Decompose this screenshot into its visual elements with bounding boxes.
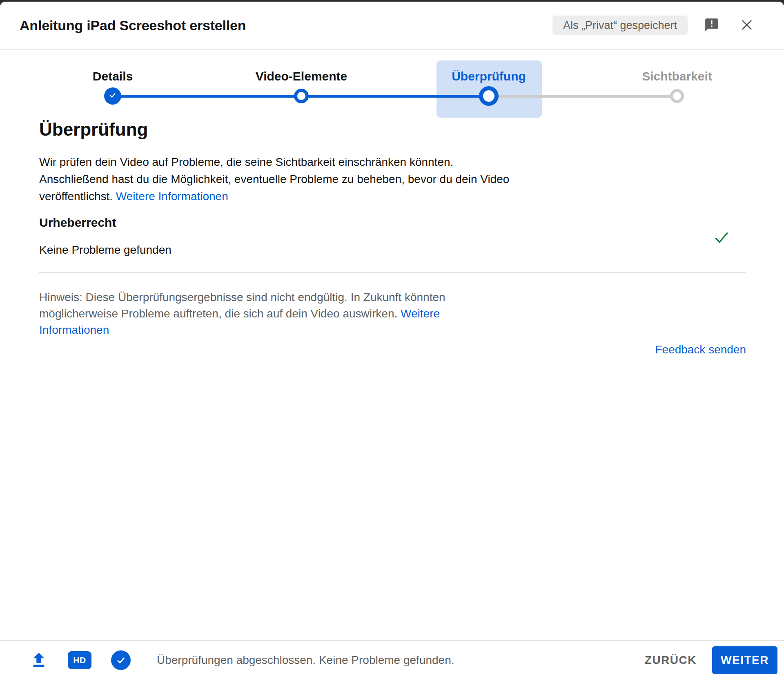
- note-more-info-link-part1[interactable]: Weitere: [401, 307, 440, 320]
- section-divider: [39, 272, 746, 273]
- footer-status-text: Überprüfungen abgeschlossen. Keine Probl…: [157, 654, 454, 667]
- intro-text: Wir prüfen dein Video auf Probleme, die …: [39, 154, 509, 205]
- check-icon: [108, 90, 118, 102]
- saved-status-badge: Als „Privat“ gespeichert: [552, 16, 688, 35]
- intro-line-1: Wir prüfen dein Video auf Probleme, die …: [39, 154, 509, 171]
- step-circle-ueberpruefung-current[interactable]: [479, 86, 499, 106]
- intro-line-2: Anschließend hast du die Möglichkeit, ev…: [39, 171, 509, 188]
- upload-icon: [29, 650, 48, 671]
- stepper-connector-upcoming: [489, 95, 677, 98]
- copyright-ok-check-icon: [713, 229, 730, 248]
- intro-line-3: veröffentlichst. Weitere Informationen: [39, 188, 509, 205]
- step-label-ueberpruefung[interactable]: Überprüfung: [428, 69, 550, 83]
- step-label-sichtbarkeit[interactable]: Sichtbarkeit: [616, 69, 738, 83]
- dialog-header: Anleitung iPad Screeshot erstellen Als „…: [0, 2, 784, 50]
- note-line-2: möglicherweise Probleme auftreten, die s…: [39, 306, 445, 322]
- hd-quality-icon: HD: [68, 651, 91, 669]
- send-feedback-button[interactable]: [704, 17, 719, 34]
- page-title: Überprüfung: [39, 119, 148, 140]
- step-label-details[interactable]: Details: [51, 69, 174, 83]
- note-more-info-link-part2[interactable]: Informationen: [39, 324, 109, 336]
- progress-stepper: Details Video-Elemente Überprüfung Sicht…: [0, 50, 784, 126]
- back-button[interactable]: ZURÜCK: [641, 654, 701, 667]
- upload-video-dialog: Anleitung iPad Screeshot erstellen Als „…: [0, 2, 784, 679]
- checks-complete-icon: [111, 650, 131, 670]
- dialog-footer: HD Überprüfungen abgeschlossen. Keine Pr…: [0, 640, 784, 679]
- copyright-section-title: Urheberrecht: [39, 216, 116, 230]
- note-line-1: Hinweis: Diese Überprüfungsergebnisse si…: [39, 289, 445, 306]
- step-circle-sichtbarkeit[interactable]: [670, 89, 684, 103]
- next-button[interactable]: WEITER: [712, 646, 777, 674]
- feedback-bubble-icon: [704, 17, 719, 34]
- close-button[interactable]: [739, 17, 755, 34]
- copyright-status-text: Keine Probleme gefunden: [39, 243, 172, 257]
- more-info-link[interactable]: Weitere Informationen: [116, 190, 228, 203]
- step-circle-video-elemente[interactable]: [294, 89, 309, 103]
- note-text: Hinweis: Diese Überprüfungsergebnisse si…: [39, 289, 445, 338]
- header-actions: Als „Privat“ gespeichert: [552, 16, 755, 35]
- dialog-title: Anleitung iPad Screeshot erstellen: [20, 18, 246, 34]
- note-line-3: Informationen: [39, 322, 445, 338]
- step-circle-details-done[interactable]: [104, 87, 121, 105]
- close-icon: [739, 17, 755, 34]
- step-label-video-elemente[interactable]: Video-Elemente: [240, 69, 363, 83]
- send-feedback-link[interactable]: Feedback senden: [655, 343, 746, 356]
